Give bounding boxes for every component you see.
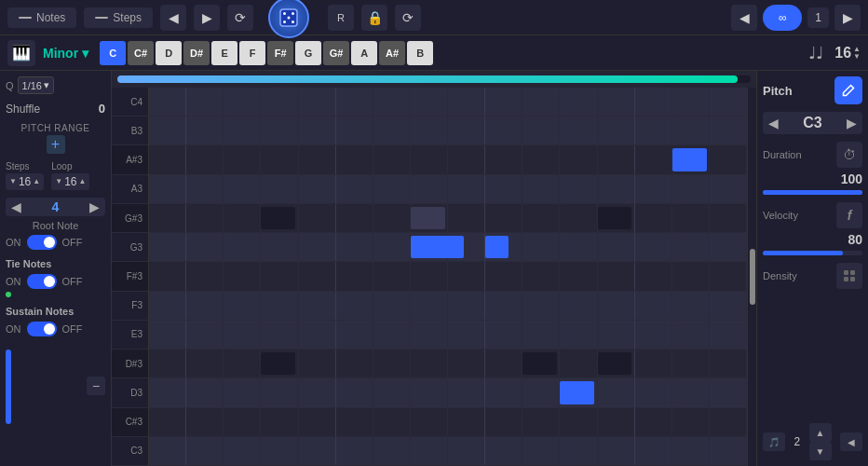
grid-cell[interactable] bbox=[598, 88, 635, 116]
grid-cell[interactable] bbox=[299, 145, 336, 173]
root-toggle[interactable] bbox=[27, 235, 57, 250]
grid-cell[interactable] bbox=[598, 437, 635, 465]
pitch-edit-button[interactable] bbox=[834, 76, 862, 104]
note-key-as[interactable]: A# bbox=[379, 41, 405, 65]
grid-cell[interactable] bbox=[186, 262, 224, 290]
grid-cell[interactable] bbox=[672, 175, 710, 203]
grid-cell[interactable] bbox=[186, 292, 224, 320]
grid-cell[interactable] bbox=[336, 437, 373, 465]
grid-cell[interactable] bbox=[149, 116, 186, 144]
grid-cell[interactable] bbox=[224, 116, 261, 144]
note-grid[interactable] bbox=[149, 88, 747, 466]
grid-cell[interactable] bbox=[186, 350, 224, 377]
grid-cell[interactable] bbox=[186, 175, 224, 203]
grid-cell[interactable] bbox=[224, 145, 261, 173]
bottom-music-btn[interactable]: 🎵 bbox=[763, 432, 785, 451]
grid-cell[interactable] bbox=[299, 350, 336, 377]
grid-cell[interactable] bbox=[448, 321, 485, 349]
grid-cell[interactable] bbox=[411, 262, 448, 290]
grid-cell[interactable] bbox=[224, 292, 261, 320]
note-block[interactable] bbox=[411, 236, 464, 258]
grid-cell[interactable] bbox=[635, 378, 672, 406]
grid-row[interactable] bbox=[149, 378, 747, 407]
grid-cell[interactable] bbox=[672, 292, 710, 320]
grid-cell[interactable] bbox=[598, 378, 635, 406]
steps-down[interactable]: ▼ bbox=[853, 53, 861, 61]
grid-cell[interactable] bbox=[598, 408, 635, 436]
grid-row[interactable] bbox=[149, 233, 747, 262]
note-block[interactable] bbox=[598, 207, 632, 229]
grid-cell[interactable] bbox=[411, 408, 448, 436]
grid-cell[interactable] bbox=[224, 350, 261, 377]
grid-cell[interactable] bbox=[299, 88, 336, 116]
r-button[interactable]: R bbox=[328, 5, 354, 31]
grid-cell[interactable] bbox=[635, 204, 672, 232]
grid-row[interactable] bbox=[149, 116, 747, 145]
loop-button[interactable]: ∞ bbox=[763, 5, 802, 31]
grid-cell[interactable] bbox=[672, 262, 710, 290]
grid-cell[interactable] bbox=[149, 321, 186, 349]
grid-cell[interactable] bbox=[224, 88, 261, 116]
grid-cell[interactable] bbox=[336, 408, 373, 436]
grid-cell[interactable] bbox=[299, 116, 336, 144]
grid-cell[interactable] bbox=[299, 378, 336, 406]
grid-cell[interactable] bbox=[411, 175, 448, 203]
grid-cell[interactable] bbox=[224, 321, 261, 349]
grid-cell[interactable] bbox=[336, 145, 373, 173]
grid-row[interactable] bbox=[149, 437, 747, 466]
grid-cell[interactable] bbox=[299, 321, 336, 349]
grid-row[interactable] bbox=[149, 204, 747, 233]
grid-cell[interactable] bbox=[224, 204, 261, 232]
grid-cell[interactable] bbox=[672, 88, 710, 116]
grid-cell[interactable] bbox=[261, 321, 298, 349]
grid-cell[interactable] bbox=[598, 145, 635, 173]
grid-cell[interactable] bbox=[149, 408, 186, 436]
grid-cell[interactable] bbox=[448, 350, 485, 377]
grid-cell[interactable] bbox=[672, 350, 710, 377]
grid-cell[interactable] bbox=[635, 145, 672, 173]
scroll-area[interactable] bbox=[747, 88, 756, 466]
note-key-gs[interactable]: G# bbox=[323, 41, 349, 65]
grid-cell[interactable] bbox=[710, 321, 747, 349]
grid-cell[interactable] bbox=[261, 437, 298, 465]
grid-cell[interactable] bbox=[373, 378, 411, 406]
dice-icon[interactable] bbox=[268, 0, 309, 38]
quantize-select[interactable]: 1/16 ▾ bbox=[18, 76, 54, 94]
grid-cell[interactable] bbox=[448, 262, 485, 290]
grid-cell[interactable] bbox=[710, 262, 747, 290]
duration-icon-btn[interactable]: ⏱ bbox=[836, 142, 862, 168]
grid-cell[interactable] bbox=[373, 408, 411, 436]
note-key-ds[interactable]: D# bbox=[183, 41, 210, 65]
loop-dec[interactable]: ▼ bbox=[55, 178, 62, 185]
grid-cell[interactable] bbox=[522, 175, 560, 203]
grid-cell[interactable] bbox=[522, 408, 560, 436]
grid-cell[interactable] bbox=[224, 233, 261, 261]
grid-cell[interactable] bbox=[149, 350, 186, 377]
grid-cell[interactable] bbox=[672, 233, 710, 261]
grid-cell[interactable] bbox=[485, 88, 522, 116]
grid-cell[interactable] bbox=[448, 408, 485, 436]
grid-cell[interactable] bbox=[522, 292, 560, 320]
grid-cell[interactable] bbox=[186, 88, 224, 116]
grid-cell[interactable] bbox=[411, 88, 448, 116]
grid-cell[interactable] bbox=[710, 175, 747, 203]
grid-cell[interactable] bbox=[560, 408, 597, 436]
duration-bar-track[interactable] bbox=[763, 190, 862, 195]
grid-cell[interactable] bbox=[261, 233, 298, 261]
grid-cell[interactable] bbox=[336, 88, 373, 116]
nav-back-button[interactable]: ◀ bbox=[160, 5, 186, 31]
grid-cell[interactable] bbox=[598, 175, 635, 203]
grid-cell[interactable] bbox=[635, 175, 672, 203]
grid-cell[interactable] bbox=[522, 437, 560, 465]
note-nav-left[interactable]: ◀ bbox=[768, 116, 779, 130]
grid-cell[interactable] bbox=[485, 116, 522, 144]
grid-cell[interactable] bbox=[710, 292, 747, 320]
grid-cell[interactable] bbox=[672, 437, 710, 465]
velocity-icon-btn[interactable]: f bbox=[836, 202, 862, 228]
notes-button[interactable]: Notes bbox=[7, 7, 76, 28]
refresh-button[interactable]: ⟳ bbox=[227, 5, 253, 31]
note-block[interactable] bbox=[261, 352, 295, 375]
nav-forward-button[interactable]: ▶ bbox=[194, 5, 220, 31]
grid-cell[interactable] bbox=[522, 233, 560, 261]
grid-cell[interactable] bbox=[186, 204, 224, 232]
